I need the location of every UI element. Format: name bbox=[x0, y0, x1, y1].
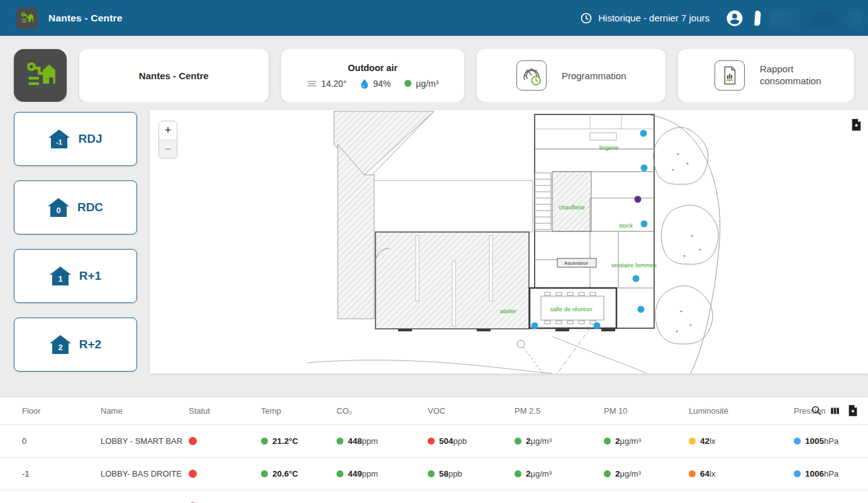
table-export-button[interactable] bbox=[848, 405, 858, 416]
site-name-card: Nantes - Centre bbox=[79, 49, 269, 102]
cell-metric: 20.6°C bbox=[261, 469, 337, 478]
house-floor-icon: -1 bbox=[48, 130, 70, 149]
programmation-label: Programmation bbox=[562, 70, 626, 81]
outdoor-temp-value: 14.20° bbox=[321, 79, 347, 89]
summary-cards-row: Nantes - Centre Outdoor air 14.20° 94% bbox=[0, 49, 868, 102]
main-content: -1 RDJ 0 RDC 1 R+1 2 R+2 + − bbox=[0, 112, 868, 386]
account-icon[interactable] bbox=[725, 9, 744, 28]
cell-metric: 2µg/m³ bbox=[604, 436, 689, 446]
sensor-dot[interactable] bbox=[594, 323, 601, 329]
floor-label: RDJ bbox=[78, 132, 102, 146]
metric-dot bbox=[261, 470, 268, 477]
room-label: chaufferie bbox=[559, 204, 585, 211]
cell-statut bbox=[189, 437, 261, 445]
sensor-dot[interactable] bbox=[635, 196, 642, 203]
room-label: vestiaire femmes bbox=[611, 262, 657, 268]
history-label: Historique - dernier 7 jours bbox=[598, 13, 709, 23]
sensor-dot[interactable] bbox=[640, 130, 647, 137]
page-title: Nantes - Centre bbox=[48, 13, 123, 24]
fog-icon bbox=[307, 80, 317, 87]
svg-text:0: 0 bbox=[56, 206, 60, 215]
metric-dot bbox=[689, 438, 696, 445]
history-selector[interactable]: Historique - dernier 7 jours bbox=[580, 12, 709, 25]
report-document-icon bbox=[715, 60, 745, 91]
table-row[interactable]: -1LOBBY- BAS DROITE 20.6°C 449ppm 58ppb … bbox=[0, 457, 868, 490]
cell-floor: 0 bbox=[22, 436, 101, 446]
view-columns-icon bbox=[830, 406, 840, 416]
sensor-dot[interactable] bbox=[638, 306, 645, 313]
zoom-out-button[interactable]: − bbox=[159, 140, 177, 158]
floor-label: R+2 bbox=[79, 338, 101, 351]
cell-name: LOBBY - SMART BAR bbox=[101, 436, 189, 446]
rapport-label: Rapport consommation bbox=[760, 64, 833, 87]
metric-dot bbox=[604, 438, 611, 445]
room-label: Ascenseur bbox=[564, 260, 588, 266]
sensor-dot[interactable] bbox=[641, 165, 648, 172]
floor-button-r1[interactable]: 1 R+1 bbox=[14, 249, 137, 303]
metric-dot bbox=[337, 438, 343, 445]
metric-dot bbox=[604, 470, 611, 477]
home-logo-tile[interactable] bbox=[14, 49, 67, 102]
column-header[interactable]: Floor bbox=[22, 406, 101, 416]
floorplan-map[interactable]: lingeriechaufferiestockvestiaire femmesA… bbox=[150, 110, 868, 373]
cell-metric: 21.2°C bbox=[261, 436, 337, 446]
table-body: 0LOBBY - SMART BAR 21.2°C 448ppm 504ppb … bbox=[0, 424, 868, 503]
table-columns-button[interactable] bbox=[830, 406, 840, 416]
floor-button-rdc[interactable]: 0 RDC bbox=[14, 180, 137, 235]
status-dot bbox=[189, 470, 197, 478]
column-header[interactable]: Luminosité bbox=[689, 406, 794, 416]
column-header[interactable]: VOC bbox=[428, 406, 515, 416]
sensor-dot[interactable] bbox=[531, 323, 538, 329]
metric-dot bbox=[689, 470, 696, 477]
room-label: lingerie bbox=[599, 144, 619, 151]
outdoor-air-title: Outdoor air bbox=[348, 63, 398, 73]
sensor-dot[interactable] bbox=[633, 275, 640, 282]
programmation-button[interactable]: Programmation bbox=[477, 49, 665, 102]
table-row[interactable]: 0LOBBY - SMART BAR 21.2°C 448ppm 504ppb … bbox=[0, 424, 868, 457]
rapport-consommation-button[interactable]: Rapport consommation bbox=[678, 49, 854, 102]
column-header[interactable]: PM 10 bbox=[604, 406, 689, 416]
svg-text:-1: -1 bbox=[57, 138, 63, 146]
cell-statut bbox=[189, 470, 261, 478]
room-label: atelier bbox=[500, 307, 516, 314]
column-header[interactable]: Name bbox=[101, 406, 189, 416]
column-header[interactable]: CO₂ bbox=[337, 406, 428, 416]
house-floor-icon: 0 bbox=[48, 198, 69, 218]
floorplan-panel: + − bbox=[150, 110, 868, 373]
column-header[interactable]: Temp bbox=[261, 406, 337, 416]
cell-metric: 42lx bbox=[689, 436, 794, 446]
floor-sidebar: -1 RDJ 0 RDC 1 R+1 2 R+2 bbox=[0, 112, 150, 386]
app-logo[interactable] bbox=[16, 8, 38, 29]
floor-button-rdj[interactable]: -1 RDJ bbox=[14, 112, 137, 166]
site-name: Nantes - Centre bbox=[139, 70, 209, 81]
floor-label: RDC bbox=[77, 201, 103, 214]
search-icon bbox=[811, 405, 822, 416]
table-row[interactable]: 0LOBBY- ACCUEIL 21.4°C 470ppm 421ppb 1µg… bbox=[0, 490, 868, 503]
plan-export-button[interactable] bbox=[851, 119, 862, 133]
cell-metric: 64lx bbox=[689, 469, 794, 478]
export-file-icon bbox=[848, 405, 858, 416]
sensor-dot[interactable] bbox=[641, 221, 648, 228]
column-header[interactable]: PM 2.5 bbox=[515, 406, 604, 416]
metric-dot bbox=[515, 438, 521, 445]
metric-dot bbox=[428, 438, 435, 445]
cell-metric: 58ppb bbox=[428, 469, 515, 478]
cell-metric: 2µg/m³ bbox=[515, 436, 604, 446]
sensors-table: FloorNameStatutTempCO₂VOCPM 2.5PM 10Lumi… bbox=[0, 397, 868, 503]
cell-metric: 448ppm bbox=[337, 436, 428, 446]
zoom-in-button[interactable]: + bbox=[159, 121, 177, 140]
redacted-smudge bbox=[769, 10, 863, 26]
metric-dot bbox=[337, 470, 343, 477]
table-search-button[interactable] bbox=[811, 405, 822, 416]
status-dot bbox=[189, 437, 197, 445]
floor-button-r2[interactable]: 2 R+2 bbox=[14, 318, 137, 372]
topbar: Nantes - Centre Historique - dernier 7 j… bbox=[0, 0, 868, 36]
cell-metric: 2µg/m³ bbox=[604, 469, 689, 478]
column-header[interactable]: Statut bbox=[189, 406, 261, 416]
cell-metric: 449ppm bbox=[337, 469, 428, 478]
building-logo-icon bbox=[20, 11, 34, 25]
room-label: salle de réunion bbox=[550, 306, 592, 312]
metric-dot bbox=[261, 438, 268, 445]
metric-dot bbox=[428, 470, 435, 477]
gauge-clock-icon bbox=[516, 60, 547, 91]
